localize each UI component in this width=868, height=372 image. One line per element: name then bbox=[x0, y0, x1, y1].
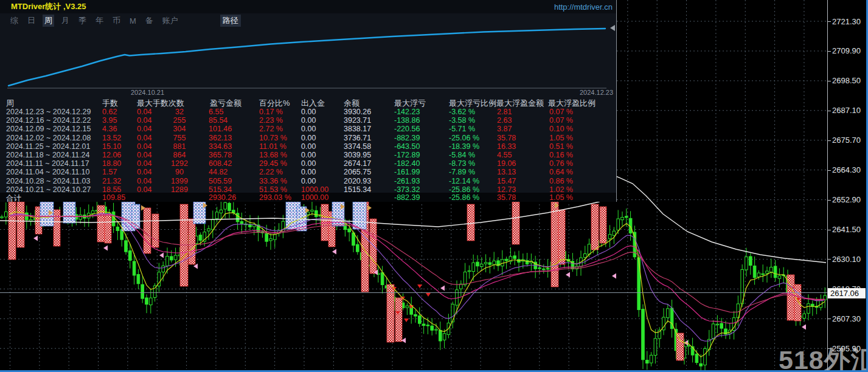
cell-mfp: 16.33 bbox=[497, 142, 516, 151]
cell-mdd: -882.39 bbox=[394, 134, 420, 142]
total-cell-inout: 1000.00 bbox=[301, 193, 328, 202]
cell-mfp: 3.87 bbox=[497, 125, 512, 133]
axis-price-label: 2721.30 bbox=[832, 17, 861, 26]
cell-mdd: -161.99 bbox=[394, 168, 420, 176]
cell-mddp: -12.14 % bbox=[449, 177, 479, 185]
cell-lots: 4.36 bbox=[102, 125, 117, 133]
cell-period: 2024.11.25 ~ 2024.12.01 bbox=[6, 142, 90, 151]
cell-pct: 0.17 % bbox=[259, 108, 283, 116]
axis-price-label: 2641.50 bbox=[832, 225, 861, 234]
cell-inout: 1000.00 bbox=[301, 185, 328, 194]
cell-mfpp: 1.02 % bbox=[549, 185, 573, 194]
cell-balance: 3736.71 bbox=[344, 134, 371, 142]
cell-mfpp: 0.07 % bbox=[549, 116, 573, 125]
cell-balance: 2065.75 bbox=[344, 168, 371, 176]
current-price-badge: 2617.06 bbox=[828, 288, 866, 298]
cell-mfp: 2.81 bbox=[497, 108, 512, 116]
cell-count: 32 bbox=[169, 108, 190, 116]
cell-balance: 3039.95 bbox=[344, 151, 371, 159]
axis-price-label: 2595.90 bbox=[832, 344, 861, 353]
cell-mdd: -373.32 bbox=[394, 185, 420, 194]
cell-pct: 11.01 % bbox=[259, 142, 286, 151]
cell-pnl: 6.55 bbox=[209, 108, 223, 116]
cell-pnl: 334.63 bbox=[209, 142, 232, 151]
cell-mddp: -3.62 % bbox=[449, 108, 475, 116]
cell-pnl: 365.78 bbox=[209, 151, 232, 159]
cell-balance: 3923.71 bbox=[344, 116, 371, 125]
cell-balance: 3838.17 bbox=[344, 125, 371, 133]
cell-count: 1289 bbox=[169, 185, 190, 194]
axis-tick bbox=[828, 81, 831, 81]
cell-pct: 33.36 % bbox=[259, 177, 287, 185]
cell-mddp: -7.89 % bbox=[449, 168, 475, 176]
cell-pnl: 85.54 bbox=[209, 116, 227, 125]
cell-period: 2024.12.23 ~ 2024.12.29 bbox=[6, 108, 91, 116]
cell-mfp: 2.63 bbox=[497, 116, 512, 125]
cell-period: 2024.11.18 ~ 2024.11.24 bbox=[6, 151, 90, 159]
cell-maxlots: 0.04 bbox=[137, 125, 151, 133]
cell-maxlots: 0.04 bbox=[137, 134, 151, 142]
cell-mdd: -220.56 bbox=[394, 125, 420, 133]
cell-mfpp: 0.64 % bbox=[549, 168, 573, 176]
axis-price-label: 2687.10 bbox=[832, 106, 861, 115]
cell-mfpp: 0.86 % bbox=[549, 177, 573, 185]
axis-price-label: 2675.70 bbox=[832, 136, 861, 145]
total-cell-lots: 109.85 bbox=[102, 193, 125, 202]
cell-period: 2024.11.11 ~ 2024.11.17 bbox=[6, 159, 89, 168]
axis-price-label: 2709.90 bbox=[832, 46, 861, 55]
cell-pnl: 44.82 bbox=[209, 168, 227, 176]
cell-inout: 0.00 bbox=[301, 177, 316, 185]
cell-count: 864 bbox=[169, 151, 190, 159]
cell-period: 2024.11.04 ~ 2024.11.10 bbox=[6, 168, 90, 176]
cell-mfp: 15.47 bbox=[497, 177, 516, 185]
cell-maxlots: 0.04 bbox=[137, 108, 151, 116]
cell-count: 1292 bbox=[169, 159, 190, 168]
cell-period: 2024.12.16 ~ 2024.12.22 bbox=[6, 116, 91, 125]
cell-mfpp: 1.05 % bbox=[549, 134, 573, 142]
axis-tick bbox=[828, 140, 831, 141]
cell-mfp: 4.55 bbox=[497, 151, 512, 159]
cell-mddp: -8.73 % bbox=[449, 159, 475, 168]
cell-pnl: 362.13 bbox=[209, 134, 232, 142]
cell-mddp: -25.06 % bbox=[449, 134, 479, 142]
cell-lots: 18.55 bbox=[102, 185, 121, 194]
cell-mdd: -172.89 bbox=[394, 151, 420, 159]
cell-inout: 0.00 bbox=[301, 116, 316, 125]
cell-maxlots: 0.04 bbox=[137, 177, 151, 185]
cell-pnl: 101.46 bbox=[209, 125, 232, 133]
cell-balance: 3930.26 bbox=[344, 108, 371, 116]
total-cell-mdd: -882.39 bbox=[394, 193, 420, 202]
axis-tick bbox=[828, 348, 831, 349]
cell-lots: 15.10 bbox=[102, 142, 121, 151]
cell-maxlots: 0.04 bbox=[137, 168, 151, 176]
axis-price-label: 2607.30 bbox=[832, 314, 861, 323]
cell-maxlots: 0.04 bbox=[137, 151, 151, 159]
cell-inout: 0.00 bbox=[301, 108, 316, 116]
cell-inout: 0.00 bbox=[301, 125, 316, 133]
cell-balance: 2674.17 bbox=[344, 159, 371, 168]
cell-pnl: 505.59 bbox=[209, 177, 232, 185]
cell-mddp: -18.39 % bbox=[449, 142, 479, 151]
cell-period: 2024.12.02 ~ 2024.12.08 bbox=[6, 134, 91, 142]
cell-balance: 1515.34 bbox=[344, 185, 371, 194]
cell-inout: 0.00 bbox=[301, 134, 316, 142]
cell-period: 2024.10.21 ~ 2024.10.27 bbox=[6, 185, 91, 194]
price-axis[interactable]: 2721.302709.902698.502687.102675.702664.… bbox=[827, 0, 868, 372]
cell-inout: 0.00 bbox=[301, 168, 316, 176]
axis-tick bbox=[828, 111, 831, 111]
cell-pct: 2.72 % bbox=[259, 125, 283, 133]
axis-tick bbox=[828, 51, 831, 52]
cell-period: 2024.10.28 ~ 2024.11.03 bbox=[6, 177, 90, 185]
collapse-arrow-icon[interactable] bbox=[610, 25, 615, 31]
cell-mfpp: 0.07 % bbox=[549, 108, 573, 116]
cell-mfp: 19.06 bbox=[497, 159, 516, 168]
cell-mfp: 12.73 bbox=[497, 185, 516, 194]
cell-inout: 0.00 bbox=[301, 159, 316, 168]
cell-lots: 18.80 bbox=[102, 159, 121, 168]
cell-inout: 0.00 bbox=[301, 142, 316, 151]
cell-balance: 2020.93 bbox=[344, 177, 371, 185]
cell-mfp: 35.78 bbox=[497, 134, 516, 142]
cell-lots: 1.57 bbox=[102, 168, 117, 176]
axis-price-label: 2630.10 bbox=[832, 255, 861, 264]
cell-count: 1399 bbox=[169, 177, 190, 185]
